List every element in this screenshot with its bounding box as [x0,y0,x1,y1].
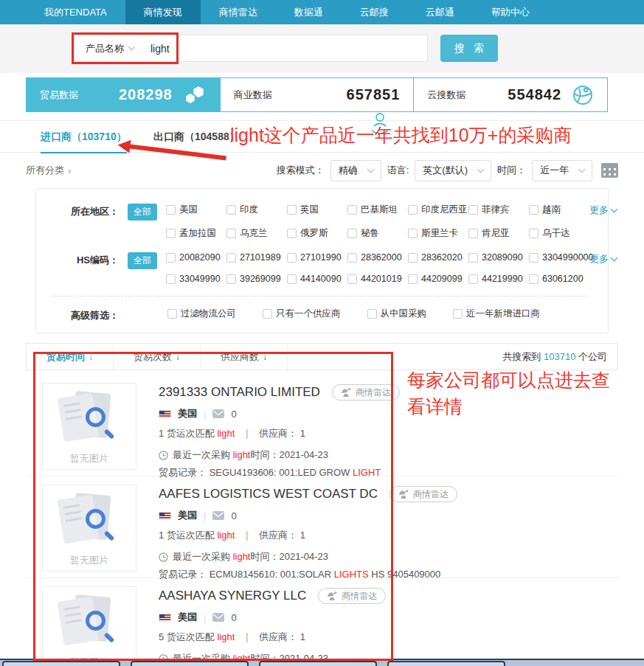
checkbox-icon[interactable] [408,274,418,284]
time-select[interactable]: 近一年 [532,160,592,181]
nav-item-cloud-mail-search[interactable]: 云邮搜 [342,0,407,24]
company-card[interactable]: 暂无图片 AASHAYA SYNERGY LLC 商情雷达 美国 | 0 [26,578,618,666]
checkbox-icon[interactable] [468,205,478,215]
checkbox-icon[interactable] [408,205,418,215]
checkbox-icon[interactable] [529,253,539,263]
checkbox-icon[interactable] [453,309,463,319]
checkbox-icon[interactable] [408,229,418,238]
hs-checkbox[interactable]: 63061200 [529,274,589,284]
company-card[interactable]: 暂无图片 AAFES LOGISTICS WEST COAST DC 商情雷达 … [26,476,618,578]
search-button[interactable]: 搜 索 [440,35,498,62]
language-select[interactable]: 英文(默认) [415,160,491,181]
region-checkbox[interactable]: 孟加拉国 [166,227,226,240]
checkbox-icon[interactable] [287,229,297,238]
checkbox-icon[interactable] [347,205,357,215]
tab-importers[interactable]: 进口商（103710） [41,131,127,153]
region-checkbox[interactable]: 印度 [226,204,287,216]
checkbox-icon[interactable] [529,229,539,238]
hs-checkbox[interactable]: 44201019 [347,274,408,284]
radar-badge-button[interactable]: 商情雷达 [389,486,457,502]
region-checkbox[interactable]: 乌克兰 [226,227,287,240]
hs-checkbox[interactable]: 32089090 [468,252,529,263]
checkbox-icon[interactable] [263,309,272,319]
region-checkbox[interactable]: 乌干达 [529,227,589,240]
nav-item-my-tendata[interactable]: 我的TENDATA [26,0,125,24]
region-checkbox[interactable]: 巴基斯坦 [347,204,408,216]
checkbox-icon[interactable] [408,253,418,263]
nav-item-business-discovery[interactable]: 商情发现 [125,0,201,24]
region-checkbox[interactable]: 斯里兰卡 [408,227,468,240]
checkbox-icon[interactable] [226,274,236,284]
hs-checkbox[interactable]: 28362020 [408,252,468,263]
sort-trade-time[interactable]: 贸易时间 ↓ [27,344,114,370]
advanced-checkbox[interactable]: 只有一个供应商 [263,308,341,320]
region-more-link[interactable]: 更多 [589,204,617,217]
region-checkbox[interactable]: 越南 [529,204,589,216]
checkbox-icon[interactable] [347,274,357,284]
checkbox-icon[interactable] [287,253,297,263]
radar-badge-button[interactable]: 商情雷达 [332,384,400,400]
all-categories-link[interactable]: 所有分类 › [26,164,71,177]
checkbox-icon[interactable] [167,309,177,319]
checkbox-icon[interactable] [347,253,357,263]
hs-checkbox[interactable]: 20082090 [166,252,226,263]
nav-item-data-link[interactable]: 数据通 [276,0,342,24]
checkbox-icon[interactable] [367,309,377,319]
company-name[interactable]: AASHAYA SYNERGY LLC [159,589,306,603]
region-checkbox[interactable]: 菲律宾 [468,204,529,216]
region-checkbox[interactable]: 俄罗斯 [287,227,347,240]
checkbox-icon[interactable] [226,229,236,238]
checkbox-icon[interactable] [287,274,297,284]
advanced-checkbox[interactable]: 从中国采购 [367,308,427,320]
sheet-tab[interactable] [131,661,249,666]
sheet-tab[interactable] [259,661,377,666]
checkbox-icon[interactable] [166,253,176,263]
region-all-chip[interactable]: 全部 [128,204,157,221]
checkbox-icon[interactable] [529,205,539,215]
checkbox-icon[interactable] [347,229,357,238]
checkbox-icon[interactable] [166,274,176,284]
radar-badge-button[interactable]: 商情雷达 [318,588,386,604]
hs-checkbox[interactable]: 44140090 [287,274,347,284]
stat-cloud-search-data[interactable]: 云搜数据 554842 [413,78,607,111]
region-checkbox[interactable]: 印度尼西亚 [408,204,468,216]
hs-all-chip[interactable]: 全部 [128,252,157,269]
sheet-tab[interactable] [387,661,505,666]
stat-trade-data[interactable]: 贸易数据 208298 [27,78,220,111]
sheet-tab[interactable] [2,661,120,666]
checkbox-icon[interactable] [468,253,478,263]
checkbox-icon[interactable] [468,229,478,238]
search-input[interactable]: light [150,43,427,55]
stat-business-data[interactable]: 商业数据 657851 [220,78,414,111]
checkbox-icon[interactable] [166,205,176,215]
hs-more-link[interactable]: 更多 [589,252,617,266]
calendar-icon[interactable] [601,163,618,178]
checkbox-icon[interactable] [529,274,539,284]
hs-checkbox[interactable]: 39269099 [226,274,287,284]
sort-trade-count[interactable]: 贸易次数 ↓ [114,344,201,370]
region-checkbox[interactable]: 秘鲁 [347,227,408,240]
company-name[interactable]: AAFES LOGISTICS WEST COAST DC [159,487,378,502]
nav-item-help-center[interactable]: 帮助中心 [473,0,548,24]
hs-checkbox[interactable]: 33049990 [166,274,226,284]
sort-supplier-count[interactable]: 供应商数 ↓ [201,344,288,370]
hs-checkbox[interactable]: 28362000 [347,252,408,263]
advanced-checkbox[interactable]: 近一年新增进口商 [453,308,540,320]
nav-item-cloud-mail[interactable]: 云邮通 [407,0,473,24]
checkbox-icon[interactable] [226,253,236,263]
region-checkbox[interactable]: 肯尼亚 [468,227,529,240]
hs-checkbox[interactable]: 27101989 [226,252,287,263]
hs-checkbox[interactable]: 44219990 [468,274,529,284]
search-category-dropdown[interactable]: 产品名称 [75,42,142,55]
company-card[interactable]: 暂无图片 2391333 ONTARIO LIMITED 商情雷达 美国 | 0 [26,375,618,476]
advanced-checkbox[interactable]: 过滤物流公司 [167,308,236,320]
hs-checkbox[interactable]: 27101990 [287,252,347,263]
region-checkbox[interactable]: 英国 [287,204,347,216]
search-mode-select[interactable]: 精确 [330,160,381,181]
checkbox-icon[interactable] [287,205,297,215]
company-name[interactable]: 2391333 ONTARIO LIMITED [159,385,320,400]
nav-item-business-radar[interactable]: 商情雷达 [201,0,276,24]
region-checkbox[interactable]: 美国 [166,204,226,216]
checkbox-icon[interactable] [166,229,176,238]
checkbox-icon[interactable] [468,274,478,284]
